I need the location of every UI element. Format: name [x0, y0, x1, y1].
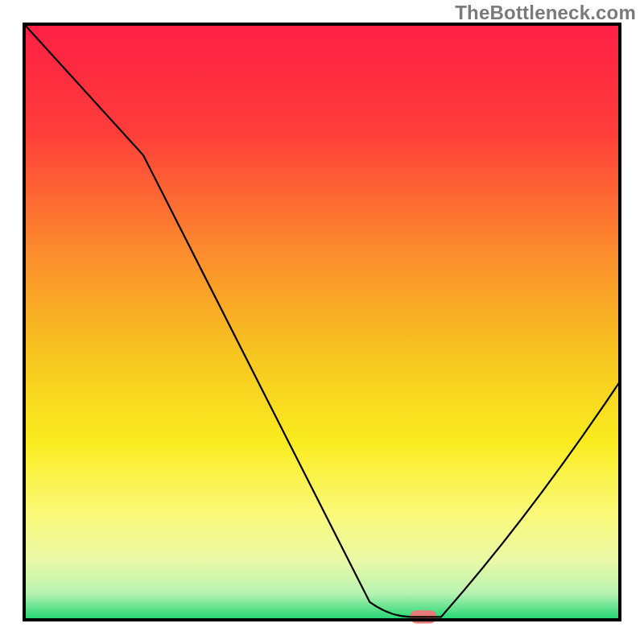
- watermark-label: TheBottleneck.com: [455, 2, 636, 24]
- chart-container: TheBottleneck.com: [0, 0, 644, 644]
- plot-gradient-background: [24, 24, 620, 620]
- bottleneck-chart: [0, 0, 644, 644]
